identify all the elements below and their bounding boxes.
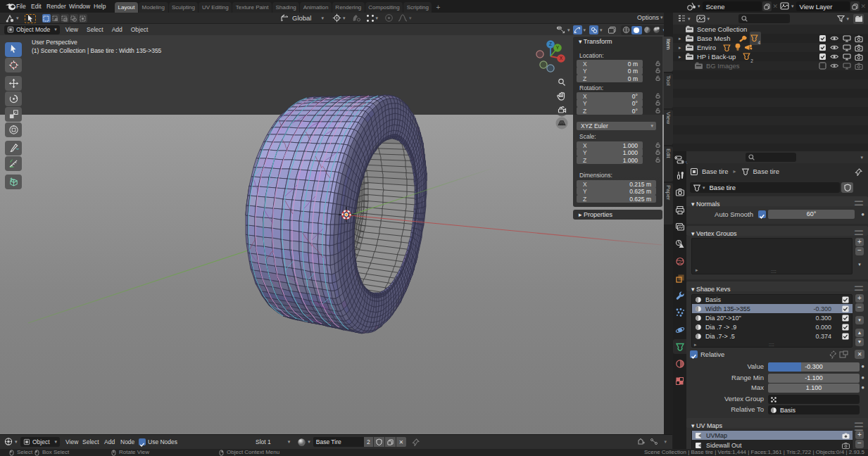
- svg-text:Y: Y: [556, 45, 560, 50]
- svg-text:Z: Z: [549, 42, 552, 46]
- svg-text:X: X: [560, 56, 563, 61]
